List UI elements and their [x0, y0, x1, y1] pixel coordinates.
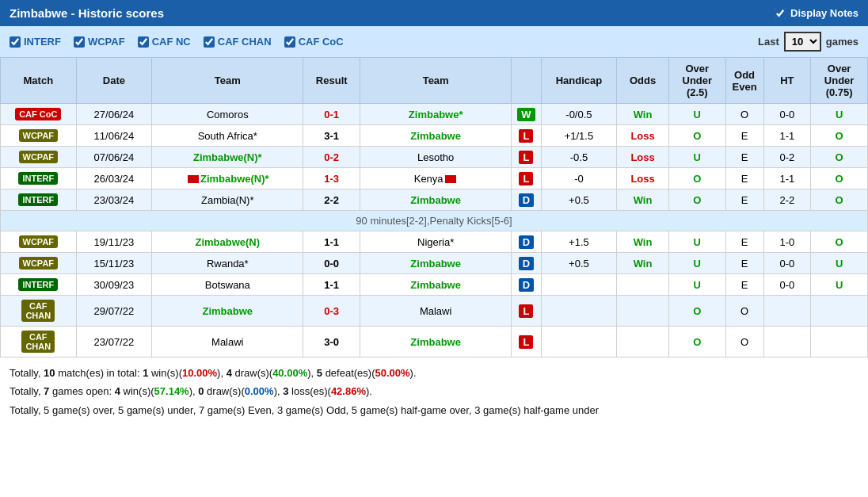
outcome-badge: L: [519, 129, 533, 143]
match-result[interactable]: 0-3: [303, 296, 360, 327]
col-team2: Team: [360, 58, 512, 104]
scores-table: Match Date Team Result Team Handicap Odd…: [0, 57, 868, 357]
team2-name[interactable]: Malawi: [360, 296, 512, 327]
team2-name[interactable]: Zimbabwe: [360, 125, 512, 147]
match-outcome: D: [512, 253, 541, 274]
team2-name[interactable]: Zimbabwe*: [360, 104, 512, 125]
summary-text-part: Totally,: [10, 367, 44, 379]
filter-wcpaf[interactable]: WCPAF: [74, 36, 125, 48]
halftime-score: 2-2: [763, 189, 811, 211]
match-date: 23/07/22: [76, 327, 152, 357]
match-date: 15/11/23: [76, 253, 152, 274]
odds-value: [617, 327, 669, 357]
col-team1: Team: [152, 58, 303, 104]
handicap-value: [541, 296, 617, 327]
col-oe: Odd Even: [725, 58, 763, 104]
match-result[interactable]: 1-1: [303, 274, 360, 296]
match-result[interactable]: 1-3: [303, 168, 360, 189]
col-result: Result: [303, 58, 360, 104]
match-result[interactable]: 2-2: [303, 189, 360, 211]
team1-name[interactable]: Zimbabwe: [152, 296, 303, 327]
handicap-value: -0: [541, 168, 617, 189]
filter-bar: INTERF WCPAF CAF NC CAF CHAN CAF CoC Las…: [0, 26, 868, 57]
over-under-075: O: [811, 168, 868, 189]
outcome-badge: W: [517, 108, 535, 121]
odd-even: E: [725, 253, 763, 274]
match-result[interactable]: 0-1: [303, 104, 360, 125]
odds-value: Loss: [617, 125, 669, 147]
filter-wcpaf-checkbox[interactable]: [74, 36, 85, 48]
filter-cafcoc-checkbox[interactable]: [284, 36, 295, 48]
games-label: games: [826, 36, 858, 48]
summary-section: Totally, 10 match(es) in total: 1 win(s)…: [0, 357, 868, 426]
team1-name[interactable]: Malawi: [152, 327, 303, 357]
filter-interf-checkbox[interactable]: [10, 36, 21, 48]
team1-name[interactable]: Zimbabwe(N)*: [152, 147, 303, 168]
team2-name[interactable]: Zimbabwe: [360, 327, 512, 357]
over-under-25: O: [668, 296, 725, 327]
summary-text-part: draw(s)(: [204, 385, 244, 397]
filter-cafcoc[interactable]: CAF CoC: [284, 36, 344, 48]
summary-text-part: games open:: [49, 385, 114, 397]
match-result[interactable]: 1-1: [303, 231, 360, 253]
match-outcome: D: [512, 274, 541, 296]
filter-cafchan[interactable]: CAF CHAN: [204, 36, 272, 48]
match-result[interactable]: 0-0: [303, 253, 360, 274]
filter-interf[interactable]: INTERF: [10, 36, 61, 48]
match-date: 26/03/24: [76, 168, 152, 189]
summary-text-part: 4: [115, 385, 120, 397]
filter-wcpaf-label: WCPAF: [88, 36, 125, 48]
team2-name[interactable]: Zimbabwe: [360, 253, 512, 274]
team1-name[interactable]: Zambia(N)*: [152, 189, 303, 211]
halftime-score: 1-1: [763, 168, 811, 189]
team2-name[interactable]: Lesotho: [360, 147, 512, 168]
match-date: 07/06/24: [76, 147, 152, 168]
last-games-select[interactable]: 10 20 30: [784, 32, 821, 52]
team2-name[interactable]: Kenya: [360, 168, 512, 189]
match-badge: WCPAF: [19, 129, 59, 142]
team1-name[interactable]: Zimbabwe(N)*: [152, 168, 303, 189]
over-under-075: O: [811, 189, 868, 211]
col-handicap: Handicap: [541, 58, 617, 104]
match-result[interactable]: 3-1: [303, 125, 360, 147]
match-outcome: L: [512, 147, 541, 168]
team1-name[interactable]: Zimbabwe(N): [152, 231, 303, 253]
table-row: WCPAF15/11/23Rwanda*0-0ZimbabweD+0.5WinU…: [1, 253, 868, 274]
summary-line-3: Totally, 5 game(s) over, 5 game(s) under…: [10, 401, 858, 419]
handicap-value: [541, 327, 617, 357]
odds-value: Loss: [617, 147, 669, 168]
team2-name[interactable]: Zimbabwe: [360, 274, 512, 296]
match-badge: INTERF: [18, 172, 58, 185]
match-result[interactable]: 3-0: [303, 327, 360, 357]
team2-name[interactable]: Zimbabwe: [360, 189, 512, 211]
filter-cafnc-label: CAF NC: [152, 36, 191, 48]
summary-text-part: win(s)(: [120, 385, 154, 397]
summary-text-part: 10.00%: [182, 367, 217, 379]
odd-even: O: [725, 327, 763, 357]
match-date: 19/11/23: [76, 231, 152, 253]
filter-cafcoc-label: CAF CoC: [299, 36, 344, 48]
team1-name[interactable]: South Africa*: [152, 125, 303, 147]
team2-name[interactable]: Nigeria*: [360, 231, 512, 253]
over-under-075: U: [811, 104, 868, 125]
odds-value: Loss: [617, 168, 669, 189]
filter-cafchan-checkbox[interactable]: [204, 36, 215, 48]
table-row: INTERF30/09/23Botswana1-1ZimbabweDUE0-0U: [1, 274, 868, 296]
match-result[interactable]: 0-2: [303, 147, 360, 168]
match-badge-cell: WCPAF: [1, 147, 77, 168]
halftime-score: 1-0: [763, 231, 811, 253]
col-ht: HT: [763, 58, 811, 104]
filter-cafnc[interactable]: CAF NC: [138, 36, 191, 48]
filter-cafnc-checkbox[interactable]: [138, 36, 149, 48]
team1-name[interactable]: Rwanda*: [152, 253, 303, 274]
display-notes-checkbox[interactable]: [775, 8, 786, 19]
handicap-value: +1.5: [541, 231, 617, 253]
match-date: 27/06/24: [76, 104, 152, 125]
summary-text-part: ),: [307, 367, 317, 379]
over-under-075: [811, 327, 868, 357]
match-outcome: L: [512, 125, 541, 147]
team1-name[interactable]: Comoros: [152, 104, 303, 125]
team1-name[interactable]: Botswana: [152, 274, 303, 296]
outcome-badge: L: [519, 172, 533, 185]
outcome-badge: D: [519, 193, 534, 207]
